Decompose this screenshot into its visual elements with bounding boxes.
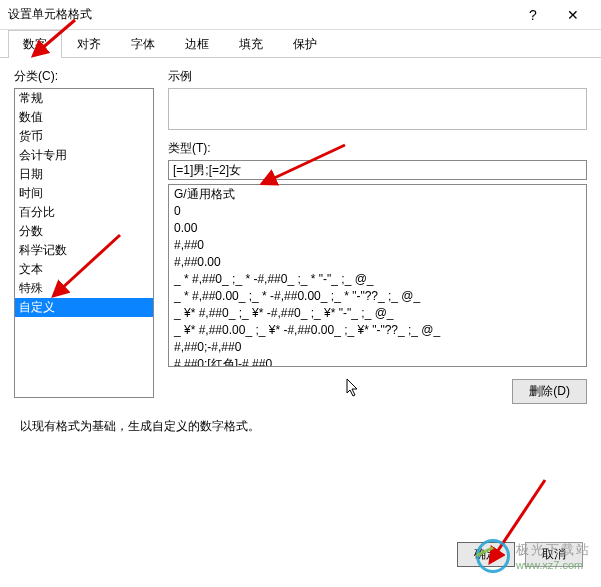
category-list[interactable]: 常规 数值 货币 会计专用 日期 时间 百分比 分数 科学记数 文本 特殊 自定… <box>14 88 154 398</box>
format-item[interactable]: #,##0;-#,##0 <box>172 339 583 356</box>
category-label: 分类(C): <box>14 68 154 85</box>
format-item[interactable]: _ ¥* #,##0_ ;_ ¥* -#,##0_ ;_ ¥* "-"_ ;_ … <box>172 305 583 322</box>
tab-number[interactable]: 数字 <box>8 30 62 58</box>
list-item[interactable]: 文本 <box>15 260 153 279</box>
sample-box <box>168 88 587 130</box>
format-item[interactable]: _ ¥* #,##0.00_ ;_ ¥* -#,##0.00_ ;_ ¥* "-… <box>172 322 583 339</box>
format-item[interactable]: _ * #,##0.00_ ;_ * -#,##0.00_ ;_ * "-"??… <box>172 288 583 305</box>
tab-fill[interactable]: 填充 <box>224 30 278 58</box>
cancel-button[interactable]: 取消 <box>525 542 583 567</box>
tab-font[interactable]: 字体 <box>116 30 170 58</box>
list-item[interactable]: 科学记数 <box>15 241 153 260</box>
delete-button[interactable]: 删除(D) <box>512 379 587 404</box>
ok-button[interactable]: 确定 <box>457 542 515 567</box>
type-label: 类型(T): <box>168 140 587 157</box>
list-item[interactable]: 常规 <box>15 89 153 108</box>
list-item[interactable]: 货币 <box>15 127 153 146</box>
window-title: 设置单元格格式 <box>8 6 513 23</box>
format-list[interactable]: G/通用格式 0 0.00 #,##0 #,##0.00 _ * #,##0_ … <box>168 184 587 367</box>
hint-text: 以现有格式为基础，生成自定义的数字格式。 <box>20 418 601 435</box>
list-item[interactable]: 时间 <box>15 184 153 203</box>
help-button[interactable]: ? <box>513 0 553 30</box>
list-item[interactable]: 会计专用 <box>15 146 153 165</box>
tab-border[interactable]: 边框 <box>170 30 224 58</box>
list-item[interactable]: 日期 <box>15 165 153 184</box>
format-item[interactable]: #,##0.00 <box>172 254 583 271</box>
tab-bar: 数字 对齐 字体 边框 填充 保护 <box>0 30 601 58</box>
format-item[interactable]: _ * #,##0_ ;_ * -#,##0_ ;_ * "-"_ ;_ @_ <box>172 271 583 288</box>
format-item[interactable]: 0.00 <box>172 220 583 237</box>
sample-label: 示例 <box>168 68 587 85</box>
format-item[interactable]: G/通用格式 <box>172 186 583 203</box>
list-item[interactable]: 分数 <box>15 222 153 241</box>
list-item[interactable]: 百分比 <box>15 203 153 222</box>
format-item[interactable]: 0 <box>172 203 583 220</box>
list-item[interactable]: 特殊 <box>15 279 153 298</box>
list-item-custom[interactable]: 自定义 <box>15 298 153 317</box>
close-icon: ✕ <box>567 7 579 23</box>
help-icon: ? <box>529 7 537 23</box>
tab-protection[interactable]: 保护 <box>278 30 332 58</box>
type-input[interactable] <box>168 160 587 180</box>
list-item[interactable]: 数值 <box>15 108 153 127</box>
tab-alignment[interactable]: 对齐 <box>62 30 116 58</box>
close-button[interactable]: ✕ <box>553 0 593 30</box>
format-item[interactable]: #,##0 <box>172 237 583 254</box>
format-item[interactable]: #,##0;[红色]-#,##0 <box>172 356 583 367</box>
